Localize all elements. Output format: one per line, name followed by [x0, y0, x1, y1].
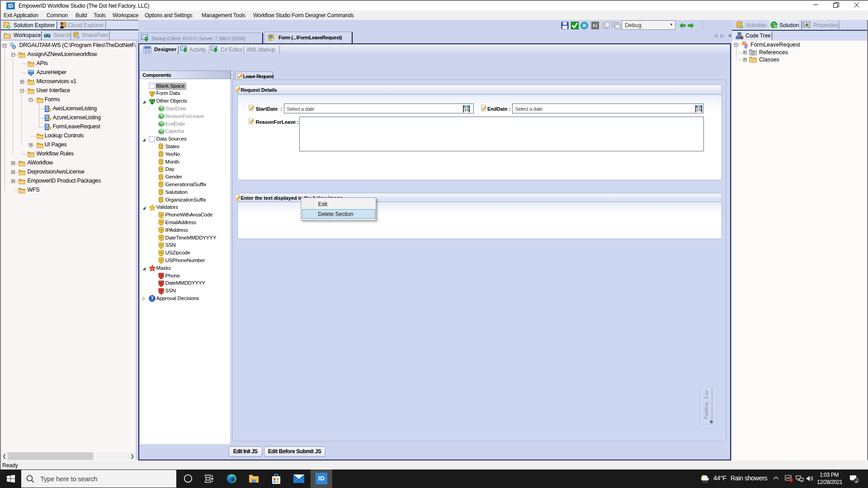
svg-text:15: 15 — [464, 107, 469, 112]
svg-text:15: 15 — [696, 107, 701, 112]
svg-text:1: 1 — [855, 479, 857, 483]
svg-text:?: ? — [151, 296, 153, 301]
